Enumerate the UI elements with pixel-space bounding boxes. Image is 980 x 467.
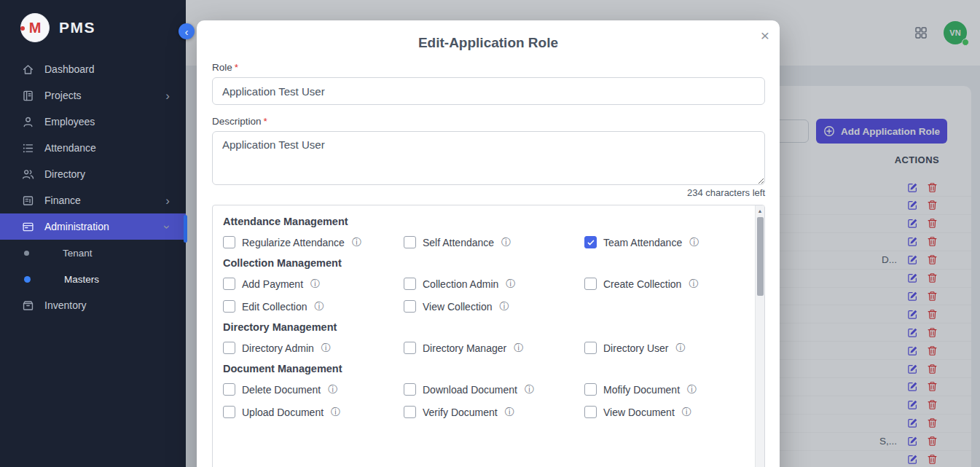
info-icon[interactable]: ⓘ [499, 302, 509, 311]
directory-icon [22, 168, 34, 181]
info-icon[interactable]: ⓘ [689, 279, 698, 289]
info-icon[interactable]: ⓘ [506, 279, 515, 289]
info-icon[interactable]: ⓘ [352, 238, 361, 247]
finance-icon [22, 195, 34, 207]
checkbox[interactable] [404, 383, 416, 396]
info-icon[interactable]: ⓘ [514, 343, 523, 353]
checkbox[interactable] [223, 406, 235, 418]
checkbox[interactable] [584, 406, 597, 418]
logo-letter: M [29, 20, 42, 36]
sidebar-item-directory[interactable]: Directory [0, 161, 186, 187]
home-icon [22, 63, 34, 76]
role-input[interactable] [212, 77, 765, 105]
permission-label: Collection Admin [423, 278, 498, 290]
close-icon: × [761, 27, 769, 44]
sidebar-item-dashboard[interactable]: Dashboard [0, 56, 186, 82]
checkbox[interactable] [404, 278, 416, 290]
permission-item-view-document[interactable]: View Documentⓘ [584, 406, 749, 418]
sidebar-item-finance[interactable]: Finance› [0, 187, 186, 213]
chevron-right-icon: › [165, 90, 170, 102]
permission-section-attendance-management: Attendance ManagementRegularize Attendan… [223, 216, 749, 248]
checkbox[interactable] [223, 236, 235, 248]
permission-item-view-collection[interactable]: View Collectionⓘ [404, 300, 584, 313]
permission-grid: Add PaymentⓘCollection AdminⓘCreate Coll… [223, 278, 749, 313]
permission-section-directory-management: Directory ManagementDirectory AdminⓘDire… [223, 321, 749, 354]
permission-item-create-collection[interactable]: Create Collectionⓘ [584, 278, 749, 290]
checkbox[interactable] [404, 236, 416, 248]
chevron-right-icon: › [165, 195, 170, 207]
sidebar-item-employees[interactable]: Employees [0, 109, 186, 135]
sidebar-item-label: Dashboard [44, 63, 95, 75]
sidebar-item-attendance[interactable]: Attendance [0, 135, 186, 161]
checkbox-checked[interactable] [584, 236, 597, 248]
scrollbar-thumb[interactable] [757, 217, 764, 296]
sidebar-header: M PMS [0, 0, 186, 52]
description-textarea[interactable]: Application Test User [212, 131, 765, 185]
permission-label: Create Collection [603, 278, 681, 290]
sidebar-item-label: Inventory [44, 299, 87, 311]
permission-item-directory-manager[interactable]: Directory Managerⓘ [404, 342, 584, 354]
checkbox[interactable] [223, 278, 235, 290]
scroll-up-button[interactable]: ▲ [756, 205, 764, 216]
permission-grid: Directory AdminⓘDirectory ManagerⓘDirect… [223, 342, 749, 354]
permission-section-collection-management: Collection ManagementAdd PaymentⓘCollect… [223, 257, 749, 313]
permission-item-download-document[interactable]: Download Documentⓘ [404, 383, 584, 396]
scroll-up-icon: ▲ [758, 208, 763, 213]
info-icon[interactable]: ⓘ [315, 302, 324, 311]
permission-label: Delete Document [242, 384, 321, 396]
info-icon[interactable]: ⓘ [331, 407, 340, 417]
sidebar: M PMS DashboardProjects›EmployeesAttenda… [0, 0, 186, 467]
employees-icon [22, 116, 34, 128]
info-icon[interactable]: ⓘ [310, 279, 320, 289]
info-icon[interactable]: ⓘ [682, 407, 691, 417]
checkbox[interactable] [223, 383, 235, 396]
permission-item-delete-document[interactable]: Delete Documentⓘ [223, 383, 404, 396]
checkbox[interactable] [404, 300, 416, 313]
checkbox[interactable] [584, 342, 597, 354]
checkbox[interactable] [584, 278, 597, 290]
permission-item-regularize-attendance[interactable]: Regularize Attendanceⓘ [223, 236, 404, 248]
sidebar-subitem-masters[interactable]: Masters [0, 266, 186, 292]
sidebar-item-administration[interactable]: Administration› [0, 213, 186, 240]
sidebar-item-projects[interactable]: Projects› [0, 82, 186, 109]
sidebar-item-label: Attendance [44, 142, 96, 154]
info-icon[interactable]: ⓘ [501, 238, 511, 247]
characters-left-counter: 234 characters left [212, 187, 765, 198]
permission-label: Upload Document [242, 407, 324, 418]
info-icon[interactable]: ⓘ [689, 238, 699, 247]
permission-label: Directory Manager [423, 342, 506, 354]
permission-label: Verify Document [423, 407, 498, 418]
close-button[interactable]: × [761, 28, 769, 43]
checkbox[interactable] [223, 342, 235, 354]
sidebar-subitem-tenant[interactable]: Tenant [0, 240, 186, 266]
permission-item-add-payment[interactable]: Add Paymentⓘ [223, 278, 404, 290]
permission-item-team-attendance[interactable]: Team Attendanceⓘ [584, 236, 749, 248]
checkbox[interactable] [584, 383, 597, 396]
checkbox[interactable] [404, 342, 416, 354]
sidebar-item-label: Employees [44, 116, 95, 127]
scrollbar[interactable]: ▲ ▼ [755, 205, 764, 467]
info-icon[interactable]: ⓘ [675, 343, 685, 353]
permission-item-verify-document[interactable]: Verify Documentⓘ [404, 406, 584, 418]
permission-item-directory-user[interactable]: Directory Userⓘ [584, 342, 749, 354]
permission-label: View Collection [423, 301, 492, 313]
permission-item-mofify-document[interactable]: Mofify Documentⓘ [584, 383, 749, 396]
permission-item-edit-collection[interactable]: Edit Collectionⓘ [223, 300, 404, 313]
checkbox[interactable] [404, 406, 416, 418]
permission-label: Add Payment [242, 278, 303, 290]
permission-item-directory-admin[interactable]: Directory Adminⓘ [223, 342, 404, 354]
sidebar-item-inventory[interactable]: Inventory [0, 292, 186, 318]
info-icon[interactable]: ⓘ [525, 385, 534, 394]
info-icon[interactable]: ⓘ [505, 407, 514, 417]
permission-item-self-attendance[interactable]: Self Attendanceⓘ [404, 236, 584, 248]
permission-section-title: Document Management [223, 363, 749, 374]
permission-item-collection-admin[interactable]: Collection Adminⓘ [404, 278, 584, 290]
permission-item-upload-document[interactable]: Upload Documentⓘ [223, 406, 404, 418]
sidebar-collapse-button[interactable]: ‹ [179, 23, 195, 39]
permission-label: Directory User [603, 342, 668, 354]
permission-section-title: Collection Management [223, 257, 749, 269]
checkbox[interactable] [223, 300, 235, 313]
info-icon[interactable]: ⓘ [321, 343, 331, 353]
info-icon[interactable]: ⓘ [687, 385, 697, 394]
info-icon[interactable]: ⓘ [328, 385, 337, 394]
